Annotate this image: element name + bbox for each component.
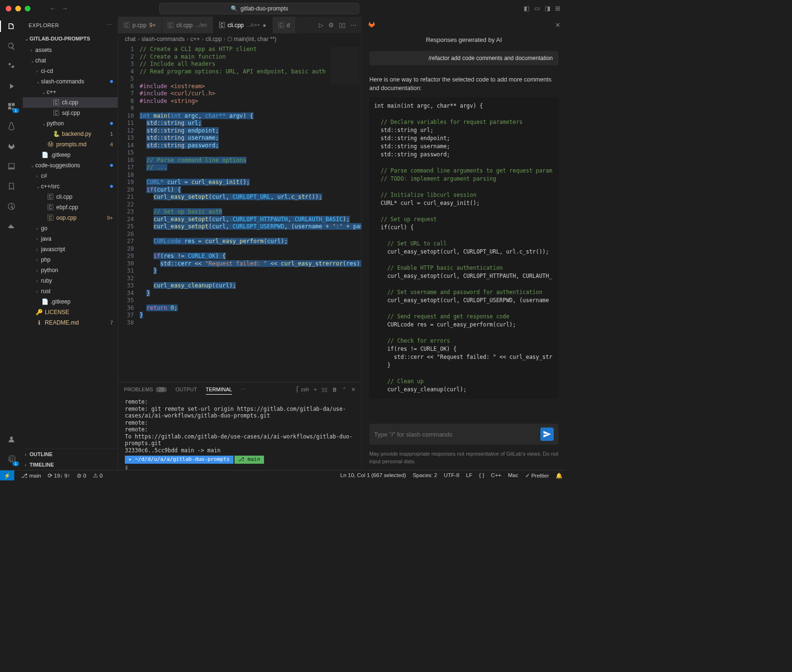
file-.gitkeep[interactable]: 📄.gitkeep bbox=[23, 150, 118, 160]
file-cli.cpp[interactable]: 🇨cli.cpp bbox=[23, 192, 118, 202]
window-minimize[interactable] bbox=[15, 6, 21, 11]
breadcrumb[interactable]: chat›slash-commands›c++›cli.cpp›⬡ main(i… bbox=[118, 33, 361, 45]
file-oop.cpp[interactable]: 🇨oop.cpp9+ bbox=[23, 213, 118, 223]
more-icon[interactable]: ⋯ bbox=[350, 21, 356, 29]
status-braces[interactable]: { } bbox=[479, 472, 484, 479]
activity-docker-icon[interactable] bbox=[6, 221, 17, 232]
status-eol[interactable]: LF bbox=[466, 472, 472, 479]
activity-source-control-icon[interactable] bbox=[6, 61, 17, 72]
window-maximize[interactable] bbox=[25, 6, 30, 11]
activity-explorer-icon[interactable] bbox=[6, 20, 17, 32]
panel-maximize-icon[interactable]: ⌃ bbox=[342, 387, 346, 393]
panel-more-icon[interactable]: ⋯ bbox=[241, 387, 246, 393]
file-README.md[interactable]: ℹREADME.md7 bbox=[23, 317, 118, 328]
status-errors[interactable]: ⊘ 0 bbox=[77, 472, 86, 479]
activity-extensions-icon[interactable]: 1 bbox=[6, 101, 17, 112]
outline-section[interactable]: OUTLINE bbox=[30, 451, 113, 457]
folder-php[interactable]: ›php bbox=[23, 255, 118, 265]
status-warnings[interactable]: ⚠ 0 bbox=[93, 472, 103, 479]
folder-rust[interactable]: ›rust bbox=[23, 286, 118, 296]
status-cursor[interactable]: Ln 10, Col 1 (667 selected) bbox=[340, 472, 406, 479]
layout-sidebar-left-icon[interactable]: ◧ bbox=[524, 5, 529, 12]
breadcrumb-segment[interactable]: chat bbox=[125, 36, 136, 42]
terminal-shell-label[interactable]: ⎡ zsh bbox=[296, 387, 309, 393]
file-ebpf.cpp[interactable]: 🇨ebpf.cpp bbox=[23, 202, 118, 213]
panel-close-icon[interactable]: ✕ bbox=[351, 387, 355, 393]
split-editor-icon[interactable]: ▯▯ bbox=[339, 21, 345, 29]
folder-chat[interactable]: ⌄chat bbox=[23, 55, 118, 66]
project-root[interactable]: GITLAB-DUO-PROMPTS bbox=[30, 36, 113, 41]
folder-python[interactable]: ⌄python bbox=[23, 118, 118, 129]
terminal-output[interactable]: remote:remote: git remote set-url origin… bbox=[118, 397, 361, 470]
tab-cli.cpp[interactable]: 🇨cli.cpp.../src bbox=[162, 17, 213, 33]
activity-run-debug-icon[interactable] bbox=[6, 81, 17, 92]
activity-settings-icon[interactable]: 1 bbox=[6, 454, 17, 465]
folder-assets[interactable]: ›assets bbox=[23, 45, 118, 55]
panel-tab-terminal[interactable]: TERMINAL bbox=[206, 387, 233, 395]
folder-code-suggestions[interactable]: ⌄code-suggestions bbox=[23, 160, 118, 171]
status-indent[interactable]: Spaces: 2 bbox=[413, 472, 437, 479]
status-encoding[interactable]: UTF-8 bbox=[444, 472, 459, 479]
folder-ruby[interactable]: ›ruby bbox=[23, 275, 118, 286]
folder-go[interactable]: ›go bbox=[23, 223, 118, 234]
timeline-section[interactable]: TIMELINE bbox=[30, 462, 113, 468]
activity-gitlab-icon[interactable] bbox=[6, 141, 17, 152]
file-prompts.md[interactable]: Ⓜprompts.md4 bbox=[23, 139, 118, 150]
activity-search-icon[interactable] bbox=[6, 41, 17, 52]
chevron-down-icon[interactable]: ⌄ bbox=[25, 36, 30, 41]
status-bell-icon[interactable]: 🔔 bbox=[556, 472, 562, 479]
file-sql.cpp[interactable]: 🇨sql.cpp bbox=[23, 108, 118, 118]
activity-testing-icon[interactable] bbox=[6, 121, 17, 132]
gear-icon[interactable]: ⚙ bbox=[328, 21, 334, 29]
breadcrumb-segment[interactable]: cli.cpp bbox=[205, 36, 222, 42]
file-cli.cpp[interactable]: 🇨cli.cpp bbox=[23, 97, 118, 108]
chevron-right-icon[interactable]: › bbox=[25, 452, 30, 457]
breadcrumb-segment[interactable]: c++ bbox=[190, 36, 200, 42]
status-language[interactable]: C++ bbox=[491, 472, 501, 479]
tab-cli.cpp[interactable]: 🇨cli.cpp.../c++● bbox=[213, 17, 273, 33]
folder-c#[interactable]: ›c# bbox=[23, 171, 118, 181]
ai-close-icon[interactable]: ✕ bbox=[555, 21, 560, 29]
folder-ci-cd[interactable]: ›ci-cd bbox=[23, 66, 118, 76]
file-LICENSE[interactable]: 🔑LICENSE bbox=[23, 307, 118, 317]
panel-tab-problems[interactable]: PROBLEMS28 bbox=[124, 387, 167, 392]
status-formatter[interactable]: ✓ Prettier bbox=[525, 472, 549, 479]
ai-chat-input[interactable] bbox=[374, 431, 540, 438]
window-close[interactable] bbox=[6, 6, 11, 11]
command-center[interactable]: 🔍 gitlab-duo-prompts bbox=[159, 3, 359, 14]
folder-python[interactable]: ›python bbox=[23, 265, 118, 275]
activity-ansible-icon[interactable] bbox=[6, 201, 17, 212]
breadcrumb-segment[interactable]: ⬡ main(int, char **) bbox=[227, 36, 276, 42]
status-remote[interactable]: ⚡ bbox=[0, 470, 14, 481]
folder-c++[interactable]: ⌄c++ bbox=[23, 87, 118, 97]
layout-panel-icon[interactable]: ▭ bbox=[534, 5, 540, 12]
file-.gitkeep[interactable]: 📄.gitkeep bbox=[23, 296, 118, 307]
layout-sidebar-right-icon[interactable]: ◨ bbox=[545, 5, 550, 12]
folder-slash-commands[interactable]: ⌄slash-commands bbox=[23, 76, 118, 87]
activity-remote-icon[interactable] bbox=[6, 161, 17, 172]
tab-p.cpp[interactable]: 🇨p.cpp9+ bbox=[118, 17, 162, 33]
code-editor[interactable]: // Create a CLI app as HTTP client// Cre… bbox=[140, 45, 361, 382]
tab-d[interactable]: 🇨d bbox=[273, 17, 296, 33]
run-icon[interactable]: ▷ bbox=[319, 21, 324, 29]
activity-bookmark-icon[interactable] bbox=[6, 181, 17, 192]
nav-forward-icon[interactable]: → bbox=[61, 5, 68, 12]
panel-tab-output[interactable]: OUTPUT bbox=[175, 387, 197, 392]
activity-account-icon[interactable] bbox=[6, 434, 17, 445]
terminal-split-icon[interactable]: ▯▯ bbox=[322, 387, 327, 393]
terminal-new-icon[interactable]: + bbox=[314, 387, 317, 393]
folder-java[interactable]: ›java bbox=[23, 234, 118, 244]
folder-javascript[interactable]: ›javascript bbox=[23, 244, 118, 255]
explorer-more-icon[interactable]: ⋯ bbox=[107, 22, 112, 28]
file-backend.py[interactable]: 🐍backend.py1 bbox=[23, 129, 118, 139]
nav-back-icon[interactable]: ← bbox=[50, 5, 56, 12]
status-sync[interactable]: ⟳ 19↓ 9↑ bbox=[48, 472, 70, 479]
status-branch[interactable]: ⎇ main bbox=[21, 472, 41, 479]
folder-c++/src[interactable]: ⌄c++/src bbox=[23, 181, 118, 192]
chevron-right-icon[interactable]: › bbox=[25, 462, 30, 468]
layout-customize-icon[interactable]: ⊞ bbox=[555, 5, 560, 12]
terminal-kill-icon[interactable]: 🗑 bbox=[332, 387, 337, 393]
minimap[interactable] bbox=[331, 47, 359, 85]
ai-send-button[interactable] bbox=[540, 428, 554, 441]
status-os[interactable]: Mac bbox=[508, 472, 518, 479]
